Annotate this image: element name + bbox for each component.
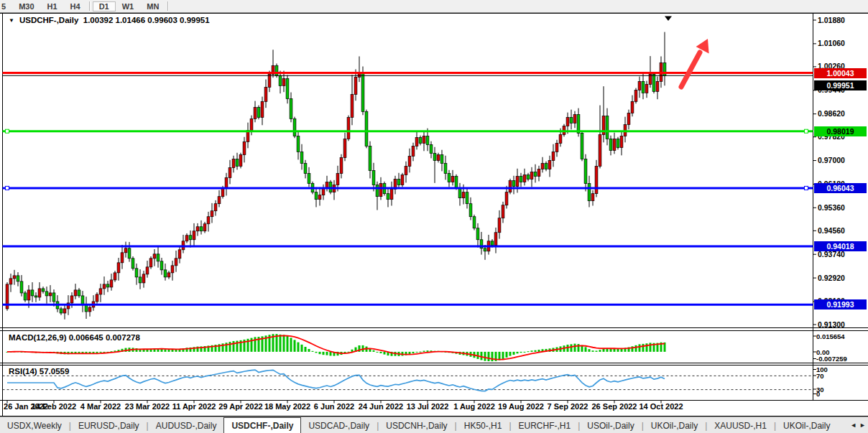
timeframe-button-h1[interactable]: H1 <box>41 1 64 11</box>
tab-usdcad-daily[interactable]: USDCAD-,Daily <box>301 417 377 433</box>
candle-body <box>537 169 540 177</box>
candle-body <box>573 114 576 123</box>
candle-body <box>135 269 138 277</box>
tab-eurchf-h1[interactable]: EURCHF-,H1 <box>512 417 578 433</box>
candle-body <box>379 184 382 197</box>
candle-body <box>225 178 228 188</box>
line-handle[interactable] <box>6 129 9 133</box>
candle-body <box>239 155 242 167</box>
candle-body <box>164 270 167 277</box>
timeframe-button-m30[interactable]: M30 <box>12 1 40 11</box>
macd-bar <box>420 352 422 353</box>
candle-body <box>308 174 310 184</box>
macd-bar <box>491 352 494 361</box>
candle-body <box>45 292 48 296</box>
candle-body <box>512 181 515 187</box>
macd-bar <box>513 352 515 355</box>
candle-body <box>110 280 113 287</box>
candle-body <box>103 284 106 289</box>
candle-body <box>300 152 303 164</box>
tab-xauusd-h1[interactable]: XAUUSD-,H1 <box>707 417 774 433</box>
candle-body <box>369 146 371 171</box>
chart-canvas[interactable]: 1.018801.010601.002600.994400.986200.978… <box>0 12 868 416</box>
tab-usdcnh-daily[interactable]: USDCNH-,Daily <box>379 417 454 433</box>
macd-axis-label: -0.007259 <box>816 355 847 363</box>
macd-bar <box>571 344 573 352</box>
hline-0.96043[interactable] <box>3 186 813 190</box>
rsi-line <box>7 370 665 391</box>
macd-bar <box>377 352 379 353</box>
candle-body <box>387 194 389 200</box>
rsi-layer <box>3 370 813 391</box>
tab-usoil-daily[interactable]: USOil-,Daily <box>580 417 641 433</box>
macd-bar <box>330 352 332 356</box>
timeframe-button-h4[interactable]: H4 <box>64 1 87 11</box>
price-axis-label: 0.97000 <box>818 156 845 164</box>
toolbar-separator <box>167 1 169 11</box>
candle-body <box>631 101 634 113</box>
candle-body <box>193 231 195 240</box>
date-label: 24 Jun 2022 <box>359 402 403 411</box>
candle-body <box>336 174 339 185</box>
tab-scroll-right-icon[interactable]: ► <box>859 422 866 429</box>
candle-body <box>63 309 66 313</box>
line-handle[interactable] <box>6 186 9 190</box>
candle-body <box>570 117 573 123</box>
candles-layer <box>6 32 666 320</box>
tab-hk50-h1[interactable]: HK50-,H1 <box>457 417 509 433</box>
tab-scroll-left-icon[interactable]: ◄ <box>850 422 857 429</box>
macd-axis-label: 0.015654 <box>816 332 845 340</box>
chevron-down-icon[interactable]: ▼ <box>9 17 14 24</box>
candle-body <box>520 177 522 182</box>
candle-body <box>96 294 98 302</box>
candle-body <box>78 290 80 296</box>
candle-body <box>20 281 23 293</box>
date-label: 19 Aug 2022 <box>498 402 544 411</box>
candle-body <box>200 227 203 231</box>
candle-body <box>505 192 508 205</box>
candle-body <box>142 274 145 283</box>
candle-body <box>595 167 598 194</box>
candle-body <box>160 261 163 270</box>
candle-body <box>390 190 393 200</box>
up-trend-arrow-annotation[interactable] <box>681 39 709 87</box>
macd-bar <box>301 345 303 352</box>
candle-body <box>523 175 526 182</box>
line-handle[interactable] <box>805 129 808 133</box>
timeframe-button-5[interactable]: 5 <box>0 1 12 11</box>
candle-body <box>214 204 217 211</box>
tab-eurusd-daily[interactable]: EURUSD-,Daily <box>71 417 147 433</box>
candle-body <box>49 293 52 296</box>
candle-body <box>588 184 591 201</box>
timeframe-button-d1[interactable]: D1 <box>93 1 116 11</box>
tab-usdx-weekly[interactable]: USDX,Weekly <box>0 417 69 433</box>
macd-bar <box>287 336 289 352</box>
candle-body <box>652 74 655 91</box>
macd-bar <box>599 350 601 352</box>
candle-body <box>559 135 562 144</box>
macd-indicator-label: MACD(12,26,9) 0.006645 0.007278 <box>9 333 140 342</box>
date-label: 13 Jul 2022 <box>407 402 449 411</box>
line-handle[interactable] <box>805 186 808 190</box>
tab-ukoil-daily[interactable]: UKOil-,Daily <box>776 417 837 433</box>
candle-body <box>261 101 264 117</box>
candle-body <box>304 164 307 174</box>
macd-bar <box>642 344 645 352</box>
macd-bar <box>524 352 526 353</box>
candle-body <box>530 172 533 180</box>
hline-0.98019[interactable] <box>3 129 813 133</box>
macd-bar <box>294 340 296 352</box>
candle-body <box>167 273 170 277</box>
tab-audusd-daily[interactable]: AUDUSD-,Daily <box>149 417 224 433</box>
candle-body <box>24 293 27 300</box>
macd-bar <box>502 352 504 359</box>
timeframe-button-w1[interactable]: W1 <box>116 1 141 11</box>
date-label: 1 Aug 2022 <box>453 402 495 411</box>
candle-body <box>502 205 504 218</box>
macd-bar <box>588 349 591 352</box>
candle-body <box>451 177 454 182</box>
tab-ukoil-daily[interactable]: UKOil-,Daily <box>644 417 705 433</box>
tab-usdchf-daily[interactable]: USDCHF-,Daily <box>223 417 301 433</box>
timeframe-button-mn[interactable]: MN <box>140 1 165 11</box>
macd-bar <box>520 352 522 353</box>
